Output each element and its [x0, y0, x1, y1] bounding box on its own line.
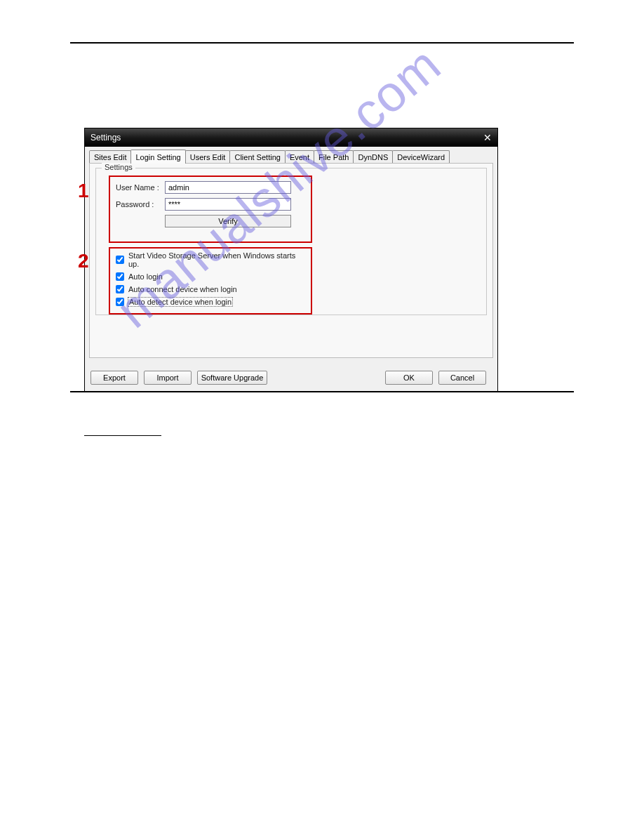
checkbox-row-autodetect: Auto detect device when login [116, 298, 305, 306]
annotation-number-1: 1 [78, 180, 89, 202]
verify-button[interactable]: Verify [165, 215, 291, 227]
annotation-number-2: 2 [78, 250, 89, 272]
export-button[interactable]: Export [90, 371, 138, 385]
settings-dialog: Settings ✕ Sites Edit Login Setting User… [84, 128, 498, 392]
checkbox-label-startup: Start Video Storage Server when Windows … [128, 251, 305, 268]
page: Settings ✕ Sites Edit Login Setting User… [0, 0, 644, 421]
password-label: Password : [116, 200, 165, 208]
groupbox-legend: Settings [102, 163, 135, 171]
checkbox-row-autoconnect: Auto connect device when login [116, 285, 305, 293]
checkbox-label-autodetect: Auto detect device when login [128, 298, 232, 306]
tab-sites-edit[interactable]: Sites Edit [89, 150, 131, 164]
tab-panel: Settings 1 2 User Name : Password : [89, 163, 493, 358]
button-row: Export Import Software Upgrade OK Cancel [90, 371, 492, 385]
cancel-button[interactable]: Cancel [438, 371, 486, 385]
close-icon[interactable]: ✕ [483, 133, 492, 143]
text-underline [84, 435, 161, 436]
checkbox-startup[interactable] [116, 256, 124, 264]
tab-device-wizard[interactable]: DeviceWizard [392, 150, 450, 164]
import-button[interactable]: Import [144, 371, 192, 385]
username-label: User Name : [116, 183, 165, 192]
bottom-rule [70, 391, 574, 392]
settings-groupbox: Settings 1 2 User Name : Password : [95, 168, 487, 315]
checkbox-autoconnect[interactable] [116, 285, 124, 293]
ok-button[interactable]: OK [385, 371, 433, 385]
options-group: Start Video Storage Server when Windows … [116, 251, 305, 310]
username-row: User Name : [116, 181, 305, 194]
dialog-body: Sites Edit Login Setting Users Edit Clie… [85, 147, 497, 392]
username-input[interactable] [165, 181, 291, 194]
tab-client-setting[interactable]: Client Setting [229, 150, 285, 164]
tab-login-setting[interactable]: Login Setting [130, 150, 185, 164]
window-title: Settings [90, 133, 121, 143]
tabstrip: Sites Edit Login Setting Users Edit Clie… [89, 150, 493, 164]
top-rule [70, 42, 574, 44]
password-row: Password : [116, 198, 305, 211]
tab-event[interactable]: Event [285, 150, 314, 164]
password-input[interactable] [165, 198, 291, 211]
credentials-group: User Name : Password : Verify [116, 181, 305, 227]
checkbox-row-startup: Start Video Storage Server when Windows … [116, 251, 305, 268]
titlebar: Settings ✕ [85, 128, 497, 147]
checkbox-label-autologin: Auto login [128, 272, 163, 281]
software-upgrade-button[interactable]: Software Upgrade [197, 371, 267, 385]
tab-dyndns[interactable]: DynDNS [353, 150, 393, 164]
checkbox-row-autologin: Auto login [116, 272, 305, 281]
checkbox-label-autoconnect: Auto connect device when login [128, 285, 237, 293]
tab-file-path[interactable]: File Path [314, 150, 354, 164]
checkbox-autodetect[interactable] [116, 298, 124, 306]
checkbox-autologin[interactable] [116, 272, 124, 281]
tab-users-edit[interactable]: Users Edit [185, 150, 231, 164]
